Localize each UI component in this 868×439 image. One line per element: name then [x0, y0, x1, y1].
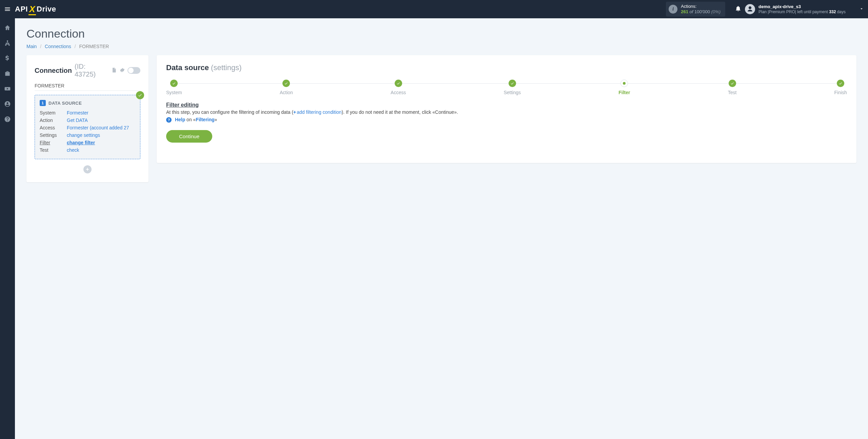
ds-row-link[interactable]: Formester (account added 27 [67, 125, 129, 130]
check-icon [730, 81, 734, 85]
breadcrumb-main[interactable]: Main [26, 44, 37, 49]
actions-percent: (0%) [711, 9, 721, 14]
step-dot [170, 80, 178, 87]
user-name: demo_apix-drive_s3 [758, 4, 846, 9]
connection-id: (ID: 43725) [75, 63, 108, 78]
actions-count: 261 [681, 9, 688, 14]
check-icon [839, 81, 843, 85]
step-label: System [166, 90, 182, 95]
connection-card: Connection (ID: 43725) FORMESTER [26, 55, 149, 182]
nav-home[interactable] [0, 24, 15, 32]
ds-row-value: change filter [67, 140, 135, 145]
user-plan: Plan |Premium PRO| left until payment 33… [758, 9, 846, 14]
step-label: Settings [504, 90, 521, 95]
actions-limit: 100'000 [694, 9, 710, 14]
data-source-status-icon [136, 91, 144, 99]
step-filter[interactable]: Filter [618, 80, 630, 95]
sidebar [0, 18, 15, 439]
continue-button[interactable]: Continue [166, 130, 212, 143]
step-access[interactable]: Access [391, 80, 406, 95]
step-finish[interactable]: Finish [834, 80, 847, 95]
ds-row-key: Settings [40, 132, 67, 138]
data-source-number: 1 [40, 100, 46, 106]
ds-row-value: change settings [67, 132, 135, 138]
nav-help[interactable] [0, 116, 15, 124]
settings-button[interactable] [119, 67, 125, 74]
add-filtering-link[interactable]: +add filtering condition [293, 109, 342, 115]
step-label: Filter [618, 90, 630, 95]
ds-row-key: Test [40, 147, 67, 153]
actions-counter[interactable]: i Actions: 261 of 100'000 (0%) [666, 2, 725, 16]
nav-billing[interactable] [0, 55, 15, 63]
file-icon [111, 67, 117, 73]
data-source-title: 1 DATA SOURCE [40, 100, 135, 106]
progress-steps: SystemActionAccessSettingsFilterTestFini… [166, 80, 847, 95]
nav-account[interactable] [0, 101, 15, 108]
ds-row-link[interactable]: check [67, 147, 79, 153]
breadcrumb-connections[interactable]: Connections [45, 44, 71, 49]
app-header: API X Drive i Actions: 261 of 100'000 (0… [0, 0, 868, 18]
help-topic-link[interactable]: Filtering [196, 117, 214, 122]
check-icon [172, 81, 176, 85]
step-label: Test [728, 90, 737, 95]
menu-button[interactable] [0, 0, 15, 18]
connection-name: FORMESTER [35, 83, 140, 88]
logo[interactable]: API X Drive [15, 4, 56, 15]
breadcrumb: Main / Connections / FORMESTER [26, 44, 856, 49]
ds-row-link[interactable]: Get DATA [67, 118, 88, 123]
check-icon [138, 93, 142, 98]
hamburger-icon [4, 6, 11, 13]
nav-video[interactable] [0, 85, 15, 93]
home-icon [4, 24, 11, 31]
info-icon: i [669, 5, 677, 14]
step-dot [395, 80, 402, 87]
step-label: Action [280, 90, 293, 95]
ds-row-key: Filter [40, 140, 67, 145]
help-row: ? Help on «Filtering» [166, 117, 847, 123]
user-menu-chevron[interactable] [859, 6, 864, 12]
actions-of: of [690, 9, 693, 14]
notifications-button[interactable] [731, 5, 745, 14]
step-dot [282, 80, 290, 87]
user-icon [747, 6, 753, 13]
check-icon [510, 81, 514, 85]
logo-api: API [15, 5, 28, 14]
step-settings[interactable]: Settings [504, 80, 521, 95]
step-action[interactable]: Action [280, 80, 293, 95]
step-dot [509, 80, 516, 87]
nav-briefcase[interactable] [0, 70, 15, 78]
copy-button[interactable] [111, 67, 117, 74]
connection-title: Connection [35, 67, 72, 75]
gear-icon [119, 67, 125, 73]
check-icon [284, 81, 288, 85]
actions-text: Actions: 261 of 100'000 (0%) [681, 4, 721, 14]
nav-connections[interactable] [0, 40, 15, 47]
ds-row-key: Access [40, 125, 67, 130]
user-text: demo_apix-drive_s3 Plan |Premium PRO| le… [758, 4, 846, 14]
user-menu[interactable]: demo_apix-drive_s3 Plan |Premium PRO| le… [745, 4, 846, 14]
ds-row-link[interactable]: Formester [67, 110, 88, 116]
data-source-panel: Data source (settings) SystemActionAcces… [157, 55, 856, 163]
question-icon [4, 116, 11, 123]
avatar [745, 4, 755, 14]
page: Connection Main / Connections / FORMESTE… [15, 18, 868, 439]
youtube-icon [4, 85, 11, 92]
logo-drive: Drive [37, 5, 56, 14]
connection-toggle[interactable] [127, 67, 140, 74]
actions-label: Actions: [681, 4, 721, 9]
logo-x-icon: X [29, 4, 35, 15]
step-dot [837, 80, 844, 87]
chevron-down-icon [859, 6, 864, 11]
step-label: Access [391, 90, 406, 95]
user-circle-icon [4, 101, 11, 107]
ds-row-link[interactable]: change settings [67, 132, 100, 138]
dollar-icon [4, 55, 11, 62]
step-system[interactable]: System [166, 80, 182, 95]
bell-icon [735, 5, 742, 12]
add-step-button[interactable]: + [83, 165, 92, 173]
filter-heading: Filter editing [166, 102, 847, 108]
help-link[interactable]: Help [175, 117, 185, 122]
ds-row-value: Get DATA [67, 118, 135, 123]
step-test[interactable]: Test [728, 80, 737, 95]
ds-row-link[interactable]: change filter [67, 140, 95, 145]
